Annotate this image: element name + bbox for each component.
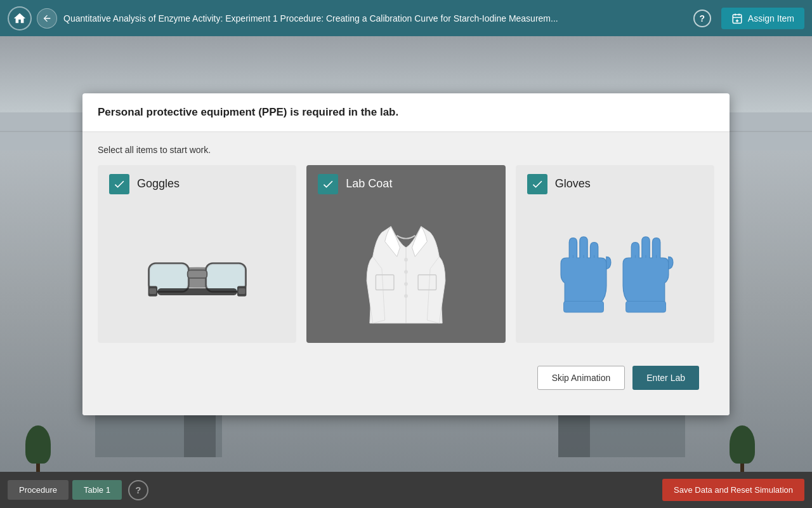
home-button[interactable]: [8, 6, 32, 30]
labcoat-icon: [362, 208, 450, 335]
svg-rect-27: [149, 288, 156, 294]
modal-header: Personal protective equipment (PPE) is r…: [82, 93, 730, 132]
enter-lab-button[interactable]: Enter Lab: [632, 366, 699, 390]
svg-point-34: [404, 282, 408, 286]
svg-rect-23: [187, 270, 207, 278]
labcoat-image: [308, 202, 504, 342]
goggles-checkbox[interactable]: [109, 174, 129, 194]
svg-rect-24: [157, 288, 237, 295]
back-button[interactable]: [37, 8, 57, 29]
goggles-image: [99, 202, 295, 342]
labcoat-checkbox[interactable]: [318, 174, 338, 194]
ppe-card-labcoat[interactable]: Lab Coat: [306, 165, 505, 343]
help-button[interactable]: ?: [693, 10, 711, 27]
svg-point-32: [404, 258, 408, 262]
tab-table1[interactable]: Table 1: [72, 480, 122, 500]
ppe-card-gloves[interactable]: Gloves: [516, 165, 714, 343]
goggles-label: Goggles: [137, 177, 180, 190]
goggles-icon: [140, 234, 254, 310]
modal-subtitle: Select all items to start work.: [98, 145, 714, 155]
svg-point-33: [404, 270, 408, 274]
bottom-bar: Procedure Table 1 ? Save Data and Reset …: [0, 472, 812, 508]
svg-rect-39: [564, 301, 604, 312]
labcoat-label: Lab Coat: [346, 177, 392, 190]
assign-item-button[interactable]: Assign Item: [721, 8, 804, 29]
modal-body: Select all items to start work. Goggles: [82, 132, 730, 415]
tab-procedure[interactable]: Procedure: [8, 480, 69, 500]
gloves-image: [517, 202, 713, 342]
gloves-label: Gloves: [555, 177, 591, 190]
modal-footer: Skip Animation Enter Lab: [98, 356, 714, 403]
svg-rect-43: [626, 301, 666, 312]
svg-point-35: [404, 294, 408, 298]
page-title: Quantitative Analysis of Enzyme Activity…: [63, 13, 693, 23]
save-reset-button[interactable]: Save Data and Reset Simulation: [662, 479, 804, 501]
gloves-checkbox[interactable]: [527, 174, 547, 194]
assign-item-label: Assign Item: [748, 13, 794, 23]
bottom-help-button[interactable]: ?: [128, 480, 148, 500]
ppe-card-goggles[interactable]: Goggles: [98, 165, 296, 343]
ppe-modal: Personal protective equipment (PPE) is r…: [82, 93, 730, 415]
ppe-goggles-header: Goggles: [99, 166, 295, 202]
ppe-items-container: Goggles: [98, 165, 714, 343]
skip-animation-button[interactable]: Skip Animation: [537, 366, 625, 390]
gloves-icon: [551, 227, 678, 316]
modal-header-text: Personal protective equipment (PPE) is r…: [98, 106, 398, 118]
header: Quantitative Analysis of Enzyme Activity…: [0, 0, 812, 36]
ppe-labcoat-header: Lab Coat: [308, 166, 504, 202]
modal-overlay: Personal protective equipment (PPE) is r…: [0, 36, 812, 472]
ppe-gloves-header: Gloves: [517, 166, 713, 202]
svg-rect-28: [238, 288, 245, 294]
